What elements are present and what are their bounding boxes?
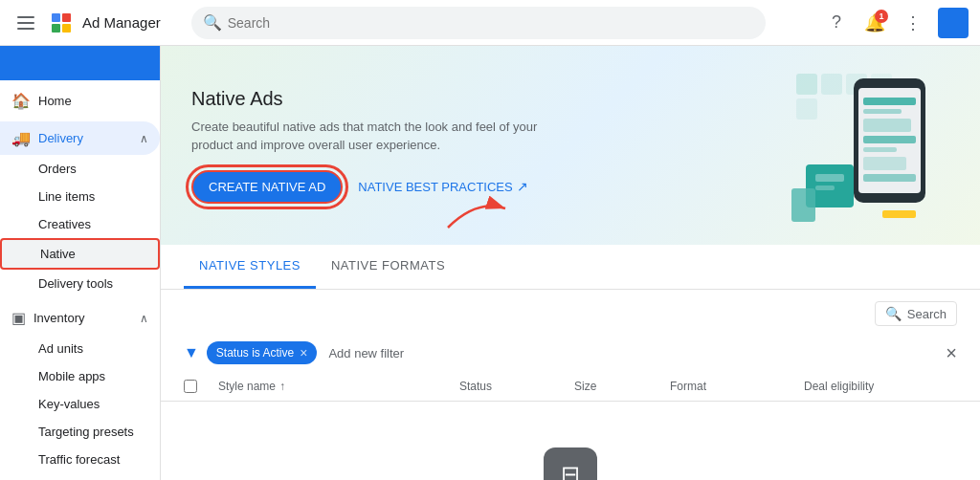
add-filter-button[interactable]: Add new filter [328, 346, 404, 360]
svg-rect-17 [863, 147, 897, 152]
sidebar-section-delivery: 🚚 Delivery ∧ Orders Line items Creatives… [0, 121, 160, 297]
sidebar-item-ad-units[interactable]: Ad units [0, 335, 160, 362]
table-search-icon: 🔍 [885, 306, 902, 321]
col-status-label: Status [459, 380, 492, 393]
sidebar-item-delivery-tools[interactable]: Delivery tools [0, 270, 160, 297]
hero-description: Create beautiful native ads that match t… [191, 118, 555, 155]
sidebar-item-key-values[interactable]: Key-values [0, 390, 160, 418]
filter-close-button[interactable]: × [946, 342, 957, 364]
sidebar-item-label-delivery: Delivery [38, 131, 83, 145]
app-layout: 🏠 Home 🚚 Delivery ∧ Orders Line items Cr… [0, 46, 980, 480]
table-search[interactable]: 🔍 Search [875, 301, 957, 326]
sidebar-label-orders: Orders [38, 162, 77, 176]
notification-badge: 1 [875, 10, 888, 23]
tabs-bar: NATIVE STYLES NATIVE FORMATS [161, 245, 980, 290]
hamburger-menu[interactable] [11, 11, 40, 35]
search-bar[interactable]: 🔍 [191, 7, 766, 39]
toolbar: 🔍 Search [161, 290, 980, 338]
sidebar-label-traffic-forecast: Traffic forecast [38, 452, 120, 467]
sidebar-item-orders[interactable]: Orders [0, 155, 160, 183]
phone-svg [739, 69, 949, 222]
hero-text: Native Ads Create beautiful native ads t… [191, 88, 555, 204]
sidebar-item-network-settings[interactable]: Network settings [0, 473, 160, 480]
home-icon: 🏠 [11, 92, 31, 110]
help-button[interactable]: ? [819, 6, 854, 40]
user-avatar[interactable] [938, 8, 969, 38]
filter-chip-remove[interactable]: × [300, 345, 307, 360]
table-col-status: Status [459, 380, 574, 393]
sidebar-item-line-items[interactable]: Line items [0, 183, 160, 210]
notifications-button[interactable]: 🔔 1 [858, 6, 892, 40]
empty-state-icon: ⊟ [544, 447, 597, 480]
search-input[interactable] [228, 15, 754, 31]
main-content: Native Ads Create beautiful native ads t… [161, 46, 980, 480]
sidebar-item-home[interactable]: 🏠 Home [0, 84, 160, 118]
svg-rect-15 [863, 119, 911, 132]
sidebar-label-mobile-apps: Mobile apps [38, 369, 105, 383]
table-col-deal-eligibility: Deal eligibility [804, 380, 957, 393]
hero-title: Native Ads [191, 88, 555, 110]
filter-row: ▼ Status is Active × Add new filter × [161, 338, 980, 372]
col-format-label: Format [670, 380, 706, 393]
app-title: Ad Manager [82, 14, 161, 31]
delivery-chevron-icon: ∧ [140, 132, 148, 145]
annotation-arrow [438, 189, 524, 237]
sidebar: 🏠 Home 🚚 Delivery ∧ Orders Line items Cr… [0, 46, 161, 480]
filter-chip-label: Status is Active [216, 346, 294, 360]
empty-state: ⊟ [161, 402, 980, 480]
col-style-name-label: Style name [218, 380, 276, 393]
sidebar-label-targeting-presets: Targeting presets [38, 425, 134, 439]
svg-rect-1 [52, 13, 60, 22]
phone-illustration [739, 69, 949, 222]
sidebar-top-block [0, 46, 160, 80]
tab-native-formats[interactable]: NATIVE FORMATS [316, 245, 460, 289]
inventory-icon: ▣ [11, 309, 26, 327]
hero-section: Native Ads Create beautiful native ads t… [161, 46, 980, 245]
sidebar-section-home: 🏠 Home [0, 84, 160, 118]
svg-rect-0 [48, 10, 75, 36]
svg-rect-3 [52, 24, 60, 33]
sidebar-label-key-values: Key-values [38, 397, 100, 411]
sidebar-section-inventory: ▣ Inventory ∧ Ad units Mobile apps Key-v… [0, 301, 160, 480]
sidebar-item-label-home: Home [38, 94, 72, 108]
sidebar-label-native: Native [40, 247, 76, 261]
svg-rect-13 [863, 98, 916, 105]
svg-rect-2 [62, 13, 71, 22]
tab-native-styles[interactable]: NATIVE STYLES [184, 245, 316, 289]
table-col-format: Format [670, 380, 804, 393]
sidebar-item-inventory[interactable]: ▣ Inventory ∧ [0, 301, 160, 335]
logo-icon [48, 10, 75, 36]
svg-rect-9 [796, 98, 817, 120]
status-filter-chip[interactable]: Status is Active × [207, 341, 318, 364]
svg-rect-18 [863, 157, 906, 170]
app-logo: Ad Manager [48, 10, 161, 36]
sidebar-item-creatives[interactable]: Creatives [0, 210, 160, 238]
col-size-label: Size [574, 380, 596, 393]
sidebar-label-ad-units: Ad units [38, 341, 83, 356]
filter-icon[interactable]: ▼ [184, 344, 199, 361]
more-options-button[interactable]: ⋮ [896, 6, 930, 40]
table-select-all-checkbox[interactable] [184, 380, 197, 393]
create-native-ad-button[interactable]: CREATE NATIVE AD [191, 170, 343, 204]
svg-rect-6 [796, 74, 817, 95]
delivery-icon: 🚚 [11, 129, 31, 147]
svg-rect-7 [821, 74, 842, 95]
sidebar-item-mobile-apps[interactable]: Mobile apps [0, 362, 160, 390]
sidebar-label-creatives: Creatives [38, 217, 91, 231]
sidebar-item-native[interactable]: Native [0, 238, 160, 270]
help-icon: ? [832, 12, 841, 33]
sort-icon[interactable]: ↑ [279, 380, 285, 393]
table-header: Style name ↑ Status Size Format Deal eli… [161, 372, 980, 402]
sidebar-item-traffic-forecast[interactable]: Traffic forecast [0, 446, 160, 473]
sidebar-item-label-inventory: Inventory [33, 311, 84, 325]
col-deal-eligibility-label: Deal eligibility [804, 380, 874, 393]
more-icon: ⋮ [904, 12, 922, 33]
svg-rect-23 [791, 188, 815, 222]
sidebar-item-targeting-presets[interactable]: Targeting presets [0, 418, 160, 446]
topbar-actions: ? 🔔 1 ⋮ [819, 6, 969, 40]
svg-rect-4 [62, 24, 71, 33]
table-search-label: Search [907, 307, 947, 321]
sidebar-item-delivery[interactable]: 🚚 Delivery ∧ [0, 121, 160, 155]
table-col-style-name: Style name ↑ [218, 380, 459, 393]
table-col-checkbox [184, 380, 218, 393]
